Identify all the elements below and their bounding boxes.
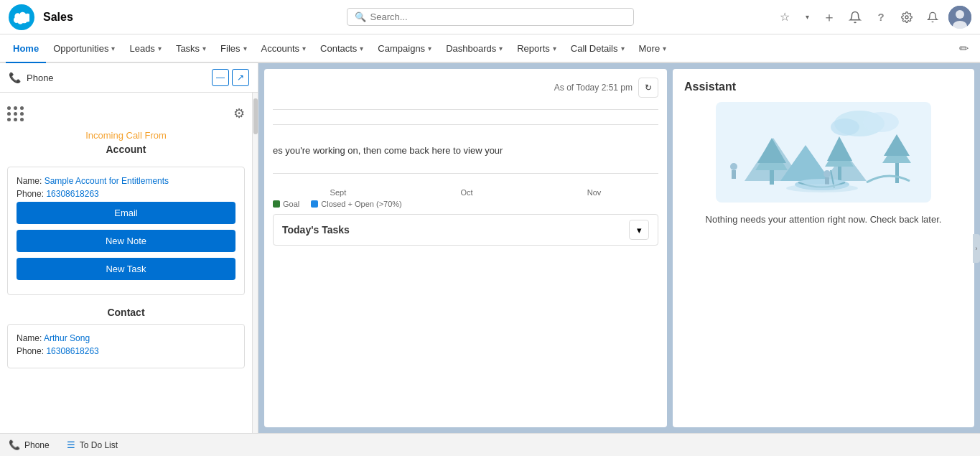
account-card: Name: Sample Account for Entitlements Ph… bbox=[7, 167, 245, 295]
closed-open-legend-dot bbox=[311, 200, 318, 208]
assistant-illustration bbox=[716, 102, 931, 203]
nav-item-dashboards[interactable]: Dashboards ▾ bbox=[439, 34, 510, 63]
nav-item-tasks[interactable]: Tasks ▾ bbox=[169, 34, 213, 63]
svg-point-18 bbox=[823, 170, 831, 177]
account-heading: Account bbox=[7, 144, 245, 155]
settings-gear-icon[interactable]: ⚙ bbox=[233, 106, 245, 121]
top-bar: Sales 🔍 ☆ ▾ ＋ ? bbox=[0, 0, 980, 34]
svg-point-7 bbox=[831, 118, 859, 136]
contact-card: Name: Arthur Song Phone: 16308618263 bbox=[7, 324, 245, 368]
refresh-button[interactable]: ↻ bbox=[638, 78, 658, 98]
new-note-button[interactable]: New Note bbox=[17, 230, 235, 252]
nav-edit-button[interactable]: ✏ bbox=[953, 42, 974, 55]
gear-button[interactable] bbox=[897, 7, 917, 27]
search-bar[interactable]: 🔍 bbox=[347, 8, 634, 26]
nav-item-opportunities[interactable]: Opportunities ▾ bbox=[46, 34, 122, 63]
chevron-icon: ▾ bbox=[553, 45, 556, 52]
goal-legend-label: Goal bbox=[283, 200, 299, 208]
account-phone-field: Phone: 16308618263 bbox=[17, 189, 235, 199]
svg-point-22 bbox=[730, 163, 737, 170]
legend-goal: Goal bbox=[273, 200, 299, 208]
content-line-1 bbox=[273, 109, 658, 110]
help-button[interactable]: ? bbox=[871, 7, 891, 27]
chevron-icon: ▾ bbox=[202, 45, 206, 52]
chart-month-oct: Oct bbox=[460, 188, 472, 197]
nav-item-reports[interactable]: Reports ▾ bbox=[510, 34, 564, 63]
content-lines bbox=[273, 109, 658, 125]
chevron-icon: ▾ bbox=[621, 45, 625, 52]
contact-phone-field: Phone: 16308618263 bbox=[17, 346, 235, 356]
account-name-field: Name: Sample Account for Entitlements bbox=[17, 176, 235, 186]
popout-button[interactable]: ↗ bbox=[232, 69, 249, 86]
content-lines-2 bbox=[273, 173, 658, 174]
chevron-icon: ▾ bbox=[428, 45, 431, 52]
chart-section: Sept Oct Nov Goal Closed + Open (>70%) bbox=[273, 188, 658, 208]
chart-legend: Goal Closed + Open (>70%) bbox=[273, 200, 658, 208]
svg-rect-19 bbox=[825, 177, 829, 185]
bottom-todo-item[interactable]: ☰ To Do List bbox=[67, 439, 118, 450]
svg-point-21 bbox=[786, 184, 858, 192]
star-chevron-button[interactable]: ▾ bbox=[801, 7, 813, 27]
assistant-title: Assistant bbox=[684, 80, 736, 93]
timestamp-bar: As of Today 2:51 pm ↻ bbox=[273, 78, 658, 98]
center-body-text: es you're working on, then come back her… bbox=[273, 139, 658, 162]
assistant-message: Nothing needs your attention right now. … bbox=[706, 214, 942, 225]
chevron-icon: ▾ bbox=[111, 45, 115, 52]
content-line-3 bbox=[273, 173, 658, 174]
contact-name-field: Name: Arthur Song bbox=[17, 333, 235, 343]
svg-point-6 bbox=[863, 112, 899, 132]
todays-tasks-label: Today's Tasks bbox=[282, 224, 350, 236]
star-button[interactable]: ☆ bbox=[775, 7, 795, 27]
dialpad-gear-row: ⚙ bbox=[7, 100, 245, 130]
add-button[interactable]: ＋ bbox=[819, 7, 839, 27]
content-line-2 bbox=[273, 124, 658, 125]
minimize-button[interactable]: — bbox=[212, 69, 229, 86]
chevron-icon: ▾ bbox=[499, 45, 503, 52]
phone-header: 📞 Phone — ↗ bbox=[0, 63, 258, 93]
phone-bottom-icon: 📞 bbox=[9, 439, 20, 450]
assistant-panel: Assistant bbox=[673, 69, 974, 427]
chevron-icon: ▾ bbox=[243, 45, 247, 52]
timestamp-label: As of Today 2:51 pm bbox=[554, 83, 633, 93]
nav-item-campaigns[interactable]: Campaigns ▾ bbox=[370, 34, 439, 63]
tasks-expand-button[interactable]: ▾ bbox=[629, 220, 649, 240]
nav-item-files[interactable]: Files ▾ bbox=[213, 34, 253, 63]
nav-item-accounts[interactable]: Accounts ▾ bbox=[254, 34, 313, 63]
goal-legend-dot bbox=[273, 200, 280, 208]
dialpad-icon[interactable] bbox=[7, 106, 24, 121]
bottom-phone-item[interactable]: 📞 Phone bbox=[9, 439, 50, 450]
notification-dot-button[interactable] bbox=[845, 7, 865, 27]
phone-panel: 📞 Phone — ↗ ⚙ bbox=[0, 63, 258, 433]
assistant-collapse-button[interactable]: › bbox=[973, 234, 974, 263]
incoming-call-section: Incoming Call From Account bbox=[7, 130, 245, 155]
svg-rect-23 bbox=[732, 170, 736, 179]
contact-section-title: Contact bbox=[7, 307, 245, 318]
chart-month-nov: Nov bbox=[587, 188, 602, 197]
todays-tasks-bar: Today's Tasks ▾ bbox=[273, 214, 658, 246]
closed-open-legend-label: Closed + Open (>70%) bbox=[321, 200, 402, 208]
top-icons: ☆ ▾ ＋ ? bbox=[775, 6, 971, 29]
svg-rect-24 bbox=[895, 163, 899, 183]
incoming-call-label: Incoming Call From bbox=[7, 130, 245, 141]
app-name: Sales bbox=[43, 11, 73, 24]
legend-closed-open: Closed + Open (>70%) bbox=[311, 200, 402, 208]
search-input[interactable] bbox=[370, 11, 626, 22]
nav-item-contacts[interactable]: Contacts ▾ bbox=[313, 34, 370, 63]
salesforce-logo bbox=[9, 4, 34, 30]
svg-point-2 bbox=[956, 10, 964, 19]
phone-bottom-label: Phone bbox=[24, 440, 50, 450]
avatar[interactable] bbox=[948, 6, 971, 29]
todo-bottom-icon: ☰ bbox=[67, 439, 75, 450]
svg-point-0 bbox=[905, 16, 908, 19]
email-button[interactable]: Email bbox=[17, 202, 235, 224]
nav-item-leads[interactable]: Leads ▾ bbox=[122, 34, 168, 63]
bottom-bar: 📞 Phone ☰ To Do List bbox=[0, 433, 980, 456]
chevron-icon: ▾ bbox=[360, 45, 363, 52]
nav-item-call-details[interactable]: Call Details ▾ bbox=[564, 34, 632, 63]
bell-button[interactable] bbox=[923, 7, 943, 27]
nav-item-home[interactable]: Home bbox=[6, 34, 46, 63]
nav-item-more[interactable]: More ▾ bbox=[632, 34, 674, 63]
new-task-button[interactable]: New Task bbox=[17, 258, 235, 280]
phone-scrollbar[interactable] bbox=[252, 93, 258, 433]
phone-title-row: 📞 Phone bbox=[9, 72, 54, 83]
